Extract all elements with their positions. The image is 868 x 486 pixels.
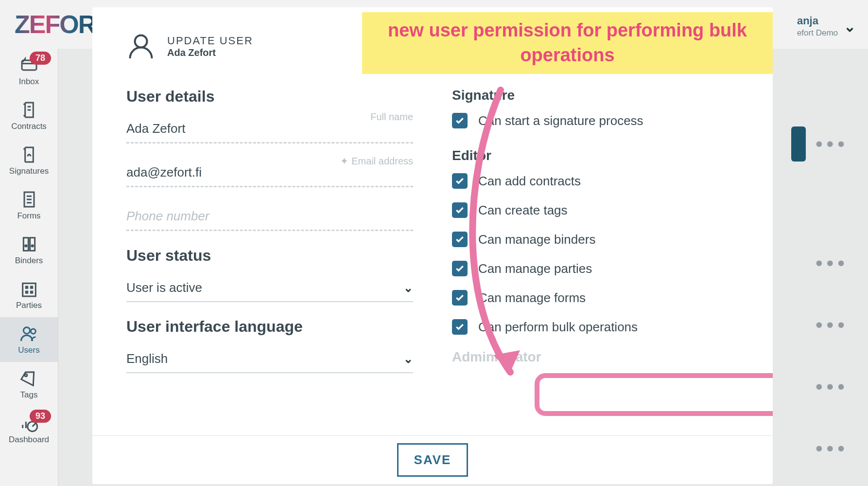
perm-section-signature: Signature [452,88,739,103]
checkbox-signature-start[interactable] [452,113,468,128]
sidebar-item-signatures[interactable]: Signatures [0,138,58,183]
checkbox-create-tags[interactable] [452,202,468,218]
checkbox-manage-parties[interactable] [452,261,468,276]
status-value: User is active [126,280,202,295]
email-label: ✦Email address [340,155,413,167]
svg-point-5 [32,245,33,247]
sidebar-item-tags[interactable]: Tags [0,362,58,407]
sidebar-item-label: Parties [16,301,42,310]
dashboard-badge: 93 [30,410,51,423]
sidebar-item-label: Binders [15,256,43,266]
user-menu[interactable]: anja efort Demo ⌄ [797,15,856,38]
topuser-name: anja [797,15,838,27]
perm-section-editor: Editor [452,148,739,163]
checkbox-add-contracts[interactable] [452,173,468,189]
svg-point-9 [24,374,27,377]
section-user-status: User status [126,247,413,265]
modal-subtitle: Ada Zefort [167,47,253,58]
more-icon[interactable]: ••• [816,134,849,154]
svg-point-4 [25,245,26,247]
sidebar-item-users[interactable]: Users [0,317,58,362]
update-user-modal: ✕ UPDATE USER Ada Zefort User details Fu… [92,7,773,484]
forms-icon [19,190,39,209]
sidebar-item-parties[interactable]: Parties [0,272,58,317]
sidebar-item-label: Inbox [19,77,39,87]
checkbox-manage-binders[interactable] [452,232,468,247]
perm-label: Can manage binders [478,232,595,247]
bg-primary-button[interactable] [791,126,806,162]
phone-input[interactable] [126,203,413,231]
signatures-icon [19,145,39,164]
annotation-callout: new user permission for performing bulk … [362,12,773,74]
checkbox-manage-forms[interactable] [452,290,468,306]
sidebar-item-label: Tags [20,390,38,400]
modal-title: UPDATE USER [167,35,253,47]
status-select[interactable]: User is active ⌄ [126,274,413,302]
sidebar-item-label: Users [18,345,39,355]
svg-rect-2 [23,238,28,251]
chevron-down-icon: ⌄ [844,18,856,35]
tags-icon [19,369,39,388]
sidebar-item-binders[interactable]: Binders [0,228,58,272]
sidebar: 78 Inbox Contracts Signatures Forms Bind… [0,49,58,486]
row-more-icon[interactable]: ••• [816,438,849,459]
chevron-down-icon: ⌄ [403,352,413,366]
perm-label: Can add contracts [478,174,581,189]
section-user-details: User details [126,88,413,106]
user-icon [126,32,156,61]
perm-section-admin: Administrator [452,349,739,365]
save-button[interactable]: SAVE [397,443,469,477]
row-more-icon[interactable]: ••• [816,253,849,273]
svg-point-7 [23,327,30,334]
perm-label: Can perform bulk operations [478,320,638,335]
perm-label: Can manage forms [478,290,586,306]
svg-point-10 [27,422,37,432]
sidebar-item-label: Dashboard [9,435,49,445]
checkbox-bulk-operations[interactable] [452,319,468,335]
svg-point-8 [31,329,35,334]
sidebar-item-label: Signatures [9,166,49,176]
sidebar-item-dashboard[interactable]: 93 Dashboard [0,407,58,451]
inbox-badge: 78 [30,52,51,65]
row-more-icon[interactable]: ••• [816,315,849,335]
sidebar-item-label: Contracts [11,122,47,131]
sidebar-item-forms[interactable]: Forms [0,183,58,228]
chevron-down-icon: ⌄ [403,281,413,295]
contracts-icon [19,100,39,120]
sidebar-item-contracts[interactable]: Contracts [0,93,58,138]
sidebar-item-label: Forms [17,211,40,221]
row-more-icon[interactable]: ••• [816,377,849,397]
svg-rect-6 [22,283,35,296]
sidebar-item-inbox[interactable]: 78 Inbox [0,49,58,93]
topuser-sub: efort Demo [797,28,838,38]
svg-point-11 [135,36,147,48]
perm-label: Can manage parties [478,261,592,276]
binders-icon [19,234,39,254]
language-select[interactable]: English ⌄ [126,345,413,373]
svg-rect-3 [30,238,35,251]
users-icon [19,324,39,343]
verified-icon: ✦ [340,155,348,167]
language-value: English [126,351,168,366]
perm-label: Can start a signature process [478,113,643,128]
section-ui-language: User interface language [126,318,413,336]
fullname-label: Full name [370,111,413,123]
perm-label: Can create tags [478,203,568,218]
parties-icon [19,279,39,299]
